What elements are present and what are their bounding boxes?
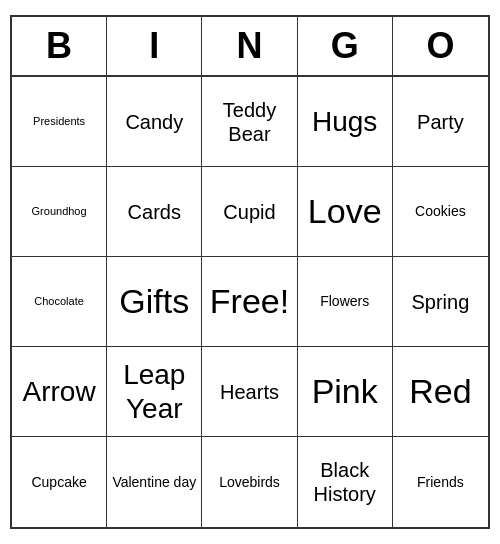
bingo-cell: Presidents <box>12 77 107 167</box>
bingo-cell: Red <box>393 347 488 437</box>
bingo-cell: Groundhog <box>12 167 107 257</box>
bingo-cell: Cookies <box>393 167 488 257</box>
bingo-cell: Pink <box>298 347 393 437</box>
header-letter: O <box>393 17 488 75</box>
bingo-cell: Free! <box>202 257 297 347</box>
header-letter: N <box>202 17 297 75</box>
bingo-card: BINGO PresidentsCandyTeddy BearHugsParty… <box>10 15 490 529</box>
bingo-cell: Arrow <box>12 347 107 437</box>
bingo-cell: Leap Year <box>107 347 202 437</box>
bingo-header: BINGO <box>12 17 488 77</box>
bingo-cell: Party <box>393 77 488 167</box>
bingo-cell: Teddy Bear <box>202 77 297 167</box>
bingo-cell: Black History <box>298 437 393 527</box>
header-letter: B <box>12 17 107 75</box>
bingo-cell: Lovebirds <box>202 437 297 527</box>
header-letter: I <box>107 17 202 75</box>
bingo-cell: Spring <box>393 257 488 347</box>
bingo-cell: Flowers <box>298 257 393 347</box>
bingo-cell: Cupcake <box>12 437 107 527</box>
bingo-cell: Gifts <box>107 257 202 347</box>
bingo-cell: Valentine day <box>107 437 202 527</box>
bingo-cell: Cupid <box>202 167 297 257</box>
header-letter: G <box>298 17 393 75</box>
bingo-cell: Friends <box>393 437 488 527</box>
bingo-cell: Candy <box>107 77 202 167</box>
bingo-cell: Chocolate <box>12 257 107 347</box>
bingo-cell: Hearts <box>202 347 297 437</box>
bingo-cell: Hugs <box>298 77 393 167</box>
bingo-grid: PresidentsCandyTeddy BearHugsPartyGround… <box>12 77 488 527</box>
bingo-cell: Love <box>298 167 393 257</box>
bingo-cell: Cards <box>107 167 202 257</box>
